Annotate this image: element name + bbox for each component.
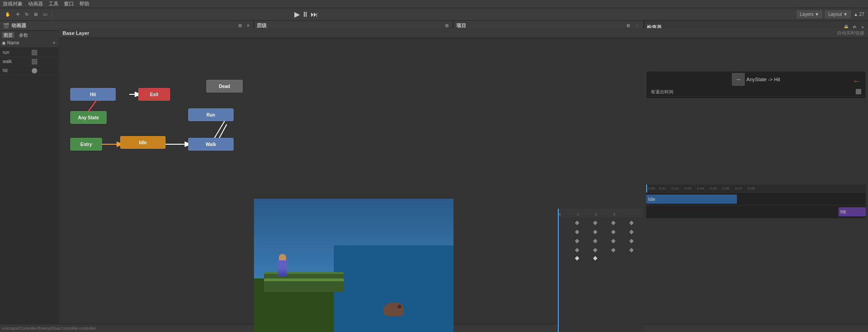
base-layer-label: Base Layer: [63, 30, 89, 36]
layer-dropdown[interactable]: Layers ▼: [797, 10, 823, 18]
animator-panel: 🎬 动画器 ⚙ × 图层 参数 ◉ Name + run walk: [0, 21, 254, 332]
game-player-character: [278, 260, 287, 276]
play-button[interactable]: ▶: [294, 11, 300, 18]
state-hit[interactable]: Hit: [70, 88, 116, 101]
kf-row-r: [558, 219, 644, 228]
timeline-cursor-line: [558, 209, 559, 332]
has-exit-time-checkbox[interactable]: [856, 89, 861, 95]
kf-row-b: [558, 237, 644, 246]
kf-a-1[interactable]: [575, 248, 580, 253]
boar-head: [398, 305, 401, 308]
menu-item-help[interactable]: 帮助: [79, 0, 89, 7]
kf-g-1[interactable]: [575, 230, 580, 234]
add-param-btn[interactable]: +: [51, 40, 57, 46]
idle-bar: Idle: [646, 195, 737, 204]
step-button[interactable]: ⏭: [311, 11, 318, 18]
kf-row-sprite: [558, 254, 644, 263]
inspector-timeline: 0:00 0:01 0:02 0:03 0:04 0:05 0:06 0:07 …: [646, 184, 866, 219]
kf-row-a: [558, 246, 644, 255]
preview-idle-row: Idle: [646, 193, 866, 205]
player-head: [279, 254, 286, 260]
state-dead[interactable]: Dead: [206, 80, 243, 93]
layer-header: Base Layer 自动实时链接: [59, 28, 868, 38]
kf-a-3[interactable]: [611, 248, 616, 253]
inspector-cursor: [646, 185, 647, 192]
menu-item-tools[interactable]: 工具: [49, 0, 59, 7]
kf-r-2[interactable]: [593, 221, 598, 225]
kf-g-4[interactable]: [629, 230, 634, 234]
kf-sprite-2[interactable]: [593, 256, 598, 261]
param-run: run: [0, 48, 59, 57]
state-anystate[interactable]: Any State: [70, 111, 107, 124]
run-checkbox[interactable]: [32, 50, 37, 55]
play-controls: ▶ ⏸ ⏭: [294, 11, 318, 18]
kf-b-1[interactable]: [575, 239, 580, 244]
transition-preview-icon: → AnyState -> Hit: [648, 73, 864, 86]
hit-bar: Hit: [839, 207, 866, 216]
game-canvas: [254, 199, 454, 332]
exit-time-cb[interactable]: [856, 89, 861, 94]
state-entry[interactable]: Entry: [70, 138, 102, 151]
state-exit[interactable]: Exit: [138, 88, 170, 101]
kf-r-3[interactable]: [611, 221, 616, 225]
param-walk: walk: [0, 57, 59, 66]
anim-ruler: 0 1 2 3: [558, 209, 644, 218]
menu-item-file[interactable]: 游戏对象: [3, 0, 23, 7]
kf-r-4[interactable]: [629, 221, 634, 225]
preview-label: AnyState -> Hit: [746, 77, 780, 82]
kf-row-g: [558, 228, 644, 237]
inspector-ruler: 0:00 0:01 0:02 0:03 0:04 0:05 0:06 0:07 …: [646, 185, 866, 193]
game-view-panel: 游戏 Display 1 Free Aspect 缩放 ——●—— 1× Pla…: [254, 189, 454, 332]
kf-r-1[interactable]: [575, 221, 580, 225]
game-bg-water: [334, 245, 454, 332]
kf-b-2[interactable]: [593, 239, 598, 244]
params-label: ◉ Name: [2, 40, 19, 45]
toolbar-separator-1: [52, 11, 53, 18]
rect-tool-btn[interactable]: ▭: [42, 11, 49, 17]
transition-preview-area: → AnyState -> Hit ← 有退出时间: [646, 71, 866, 99]
kf-a-2[interactable]: [593, 248, 598, 253]
scale-tool-btn[interactable]: ⊞: [33, 11, 39, 17]
kf-b-4[interactable]: [629, 239, 634, 244]
preview-icon: →: [732, 73, 745, 86]
state-idle[interactable]: Idle: [120, 136, 166, 149]
animator-icon: 🎬: [3, 23, 10, 29]
game-platform: [264, 272, 344, 292]
kf-b-3[interactable]: [611, 239, 616, 244]
preview-hit-row: Hit: [646, 205, 866, 218]
right-stats: Layers ▼ Layout ▼ ▲ 27: [797, 10, 864, 18]
game-boar-enemy: [383, 303, 404, 316]
move-tool-btn[interactable]: ✛: [15, 11, 21, 17]
menu-item-animator[interactable]: 动画器: [28, 0, 43, 7]
walk-checkbox[interactable]: [32, 59, 37, 64]
kf-g-2[interactable]: [593, 230, 598, 234]
param-hit: hit: [0, 66, 59, 75]
kf-a-4[interactable]: [629, 248, 634, 253]
pause-button[interactable]: ⏸: [302, 11, 309, 18]
red-arrow-annotation-1: ←: [852, 76, 861, 86]
layout-dropdown[interactable]: Layout ▼: [825, 10, 851, 18]
game-grass-top: [264, 278, 344, 281]
main-layout: 🎬 动画器 ⚙ × 图层 参数 ◉ Name + run walk: [0, 21, 868, 332]
animator-panel-title: 动画器: [11, 22, 26, 29]
kf-g-3[interactable]: [611, 230, 616, 234]
state-walk[interactable]: Walk: [188, 138, 234, 151]
rotate-tool-btn[interactable]: ↻: [24, 11, 30, 17]
hand-tool-btn[interactable]: ✋: [4, 11, 12, 17]
auto-link-label[interactable]: 自动实时链接: [837, 30, 864, 36]
unity-toolbar: ✋ ✛ ↻ ⊞ ▭ ▶ ⏸ ⏭ Layers ▼ Layout ▼ ▲ 27: [0, 8, 868, 21]
params-header: ◉ Name +: [0, 38, 59, 48]
top-menu: 游戏对象 动画器 工具 窗口 帮助: [0, 0, 868, 8]
animator-footer-path: Animator/Controller/Enemy/BoarController…: [2, 326, 96, 331]
anim-keyframe-area: 0 1 2 3: [558, 209, 644, 332]
stats-label: ▲ 27: [853, 12, 864, 17]
state-run[interactable]: Run: [188, 108, 234, 121]
params-panel: ◉ Name + run walk hit: [0, 38, 59, 75]
hit-trigger[interactable]: [32, 68, 37, 73]
menu-item-window[interactable]: 窗口: [64, 0, 74, 7]
kf-sprite-1[interactable]: [575, 256, 580, 261]
has-exit-time-row: 有退出时间: [648, 88, 864, 97]
